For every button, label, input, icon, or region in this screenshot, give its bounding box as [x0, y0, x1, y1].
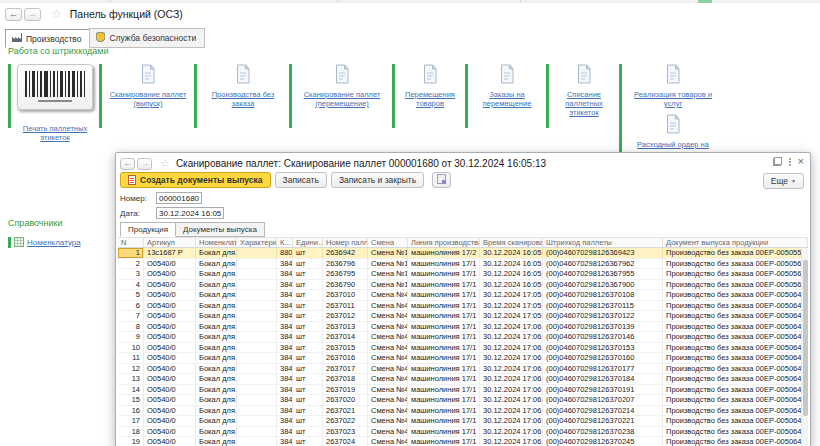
table-cell[interactable]: 1 — [118, 248, 144, 258]
table-row[interactable]: 14О0540/0Бокал для...384шт2637019Смена №… — [118, 385, 808, 396]
table-cell[interactable]: 2637010 — [323, 290, 368, 300]
table-cell[interactable]: 2636942 — [323, 248, 368, 258]
table-cell[interactable]: 30.12.2024 16:05:22 — [480, 280, 543, 290]
table-cell[interactable] — [237, 343, 277, 353]
table-cell[interactable]: 30.12.2024 17:06:12 — [480, 406, 543, 416]
table-cell[interactable]: шт — [293, 427, 323, 437]
table-cell[interactable]: (00)046070298126370184 — [543, 374, 663, 384]
table-cell[interactable]: 16 — [118, 406, 144, 416]
link-sales-goods-services[interactable]: Реализация товаров и услуг — [626, 90, 720, 108]
table-cell[interactable]: машинолиния 17/1 — [408, 406, 480, 416]
table-cell[interactable]: Производство без заказа 00ЕР-005064 от 3… — [663, 374, 808, 384]
table-cell[interactable]: 12 — [118, 364, 144, 374]
table-row[interactable]: 9О0540/0Бокал для...384шт2637014Смена №4… — [118, 332, 808, 343]
table-cell[interactable]: шт — [293, 437, 323, 446]
tab-products[interactable]: Продукция — [120, 222, 176, 237]
table-cell[interactable]: машинолиния 17/1 — [408, 437, 480, 446]
table-cell[interactable]: О0540/0 — [144, 374, 196, 384]
table-cell[interactable]: Бокал для... — [196, 353, 237, 363]
table-cell[interactable] — [237, 332, 277, 342]
table-cell[interactable]: Смена №4 — [368, 374, 408, 384]
table-cell[interactable] — [237, 311, 277, 321]
table-cell[interactable]: (00)046070298126370153 — [543, 343, 663, 353]
table-cell[interactable]: шт — [293, 385, 323, 395]
table-cell[interactable] — [237, 353, 277, 363]
table-cell[interactable]: Бокал для... — [196, 416, 237, 426]
table-cell[interactable]: О0540/0 — [144, 322, 196, 332]
table-cell[interactable]: 2637012 — [323, 311, 368, 321]
table-cell[interactable]: Смена №4 — [368, 290, 408, 300]
table-cell[interactable]: 384 — [277, 301, 293, 311]
table-cell[interactable]: (00)046070298126370214 — [543, 406, 663, 416]
table-cell[interactable]: Смена №4 — [368, 301, 408, 311]
table-cell[interactable]: Бокал для... — [196, 301, 237, 311]
table-cell[interactable]: Смена №4 — [368, 385, 408, 395]
table-cell[interactable]: 384 — [277, 364, 293, 374]
column-header[interactable]: Линия производства — [408, 238, 480, 247]
table-cell[interactable]: Смена №4 — [368, 427, 408, 437]
table-cell[interactable]: 8 — [118, 322, 144, 332]
column-header[interactable]: Артикул — [144, 238, 196, 247]
table-cell[interactable]: машинолиния 17/1 — [408, 427, 480, 437]
table-cell[interactable]: 2636790 — [323, 280, 368, 290]
table-cell[interactable]: шт — [293, 269, 323, 279]
column-header[interactable]: Штрихкод паллеты — [543, 238, 663, 247]
table-cell[interactable]: 30.12.2024 17:06:11 — [480, 395, 543, 405]
table-cell[interactable]: шт — [293, 322, 323, 332]
table-cell[interactable]: 30.12.2024 17:06:16 — [480, 437, 543, 446]
table-cell[interactable]: 13с1687 Р — [144, 248, 196, 258]
table-cell[interactable]: Производство без заказа 00ЕР-005056 от 3… — [663, 269, 808, 279]
table-cell[interactable]: (00)046070298126369423 — [543, 248, 663, 258]
table-cell[interactable]: Производство без заказа 00ЕР-005064 от 3… — [663, 427, 808, 437]
table-cell[interactable]: 384 — [277, 343, 293, 353]
table-cell[interactable]: Производство без заказа 00ЕР-005064 от 3… — [663, 332, 808, 342]
table-cell[interactable]: Смена №4 — [368, 437, 408, 446]
table-cell[interactable]: Бокал для... — [196, 385, 237, 395]
table-cell[interactable]: Смена №1 — [368, 259, 408, 269]
table-cell[interactable] — [237, 385, 277, 395]
table-cell[interactable]: 7 — [118, 311, 144, 321]
table-cell[interactable]: (00)046070298126370238 — [543, 427, 663, 437]
table-cell[interactable]: 384 — [277, 259, 293, 269]
table-cell[interactable]: 3 — [118, 269, 144, 279]
table-cell[interactable]: 384 — [277, 416, 293, 426]
table-cell[interactable]: 384 — [277, 406, 293, 416]
form-more-button[interactable]: Еще▼ — [763, 173, 804, 189]
table-cell[interactable] — [237, 269, 277, 279]
table-row[interactable]: 18О0540/0Бокал для...384шт2637023Смена №… — [118, 427, 808, 438]
table-cell[interactable]: (00)046070298126370122 — [543, 311, 663, 321]
table-cell[interactable]: 384 — [277, 385, 293, 395]
table-cell[interactable]: 5 — [118, 290, 144, 300]
table-cell[interactable]: Производство без заказа 00ЕР-005055 от 3… — [663, 248, 808, 258]
table-cell[interactable]: 384 — [277, 353, 293, 363]
document-icon-button[interactable] — [432, 172, 451, 188]
table-cell[interactable]: 9 — [118, 332, 144, 342]
table-cell[interactable]: шт — [293, 301, 323, 311]
table-cell[interactable] — [237, 301, 277, 311]
table-row[interactable]: 17О0540/0Бокал для...384шт2637022Смена №… — [118, 416, 808, 427]
table-cell[interactable]: 2637016 — [323, 353, 368, 363]
table-cell[interactable]: 2637011 — [323, 301, 368, 311]
table-cell[interactable]: (00)046070298126370108 — [543, 290, 663, 300]
table-cell[interactable]: Смена №4 — [368, 395, 408, 405]
menu-dots-icon[interactable] — [789, 158, 791, 166]
column-header[interactable]: Характерис... — [237, 238, 277, 247]
create-release-docs-button[interactable]: Создать документы выпуска — [120, 172, 271, 188]
table-cell[interactable]: машинолиния 17/1 — [408, 395, 480, 405]
table-cell[interactable]: Бокал для... — [196, 322, 237, 332]
table-cell[interactable]: 30.12.2024 17:06:00 — [480, 322, 543, 332]
table-cell[interactable]: Производство без заказа 00ЕР-005064 от 3… — [663, 395, 808, 405]
table-cell[interactable]: Смена №4 — [368, 406, 408, 416]
table-cell[interactable]: О0540/0 — [144, 311, 196, 321]
table-cell[interactable]: Бокал для... — [196, 311, 237, 321]
table-cell[interactable]: О0540/0 — [144, 290, 196, 300]
forward-button[interactable]: → — [24, 8, 41, 21]
scrollbar-thumb[interactable] — [803, 260, 808, 416]
table-cell[interactable]: (00)046070298126370245 — [543, 437, 663, 446]
favorite-star-icon[interactable]: ☆ — [160, 157, 170, 170]
table-cell[interactable]: машинолиния 17/1 — [408, 416, 480, 426]
table-cell[interactable]: 30.12.2024 17:05:58 — [480, 301, 543, 311]
table-cell[interactable] — [237, 416, 277, 426]
table-cell[interactable]: Производство без заказа 00ЕР-005064 от 3… — [663, 437, 808, 446]
column-header[interactable]: Документ выпуска продукции — [663, 238, 808, 247]
